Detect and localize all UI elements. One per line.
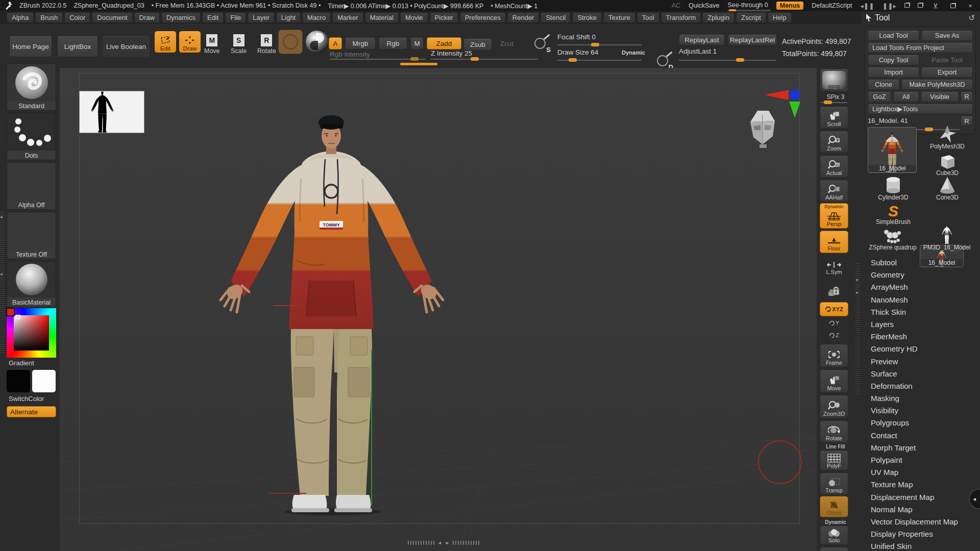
import-button[interactable]: Import <box>868 67 919 78</box>
z-intensity-slider[interactable] <box>431 59 538 60</box>
menu-item[interactable]: Light <box>277 13 300 22</box>
scroll-left-icon[interactable]: ◄ <box>437 541 442 545</box>
menu-item[interactable]: Macro <box>303 13 330 22</box>
aahalf-button[interactable]: AAHalf <box>820 180 848 202</box>
xpose-button[interactable]: Xpose <box>820 547 848 551</box>
subpalette-row[interactable]: Polygroups <box>862 417 980 429</box>
edit-button[interactable]: Edit <box>154 31 177 53</box>
left-tray-divider[interactable]: ◂◂ <box>0 210 5 353</box>
layout-windows2-icon[interactable] <box>918 2 923 9</box>
mode-a-button[interactable]: A <box>329 37 342 49</box>
subpalette-row[interactable]: Display Properties <box>862 528 980 540</box>
stroke-s-icon[interactable]: S <box>534 35 551 53</box>
lightbox-button[interactable]: LightBox <box>57 36 98 57</box>
spix-slider[interactable] <box>821 102 847 103</box>
move-canvas-button[interactable]: Move <box>820 369 848 393</box>
subpalette-row[interactable]: Normal Map <box>862 504 980 516</box>
default-zscript-button[interactable]: DefaultZScript <box>812 2 852 9</box>
focal-shift-slider[interactable] <box>557 44 642 45</box>
zoom3d-button[interactable]: Zoom3D <box>820 395 848 418</box>
menu-item[interactable]: File <box>226 13 246 22</box>
menu-item[interactable]: Tool <box>638 13 659 22</box>
brush-preview[interactable] <box>278 30 303 54</box>
solo-button[interactable]: Solo <box>820 525 848 545</box>
subpalette-row[interactable]: Polypaint <box>862 454 980 466</box>
tool-item-zsphere-quadruped[interactable]: ZSphere quadrup <box>866 226 920 251</box>
scroll-hashes-right[interactable] <box>453 541 479 545</box>
menu-item[interactable]: Zplugin <box>703 13 734 22</box>
subpalette-row[interactable]: FiberMesh <box>862 331 980 343</box>
menu-item[interactable]: Document <box>92 13 132 22</box>
canvas-thumbnail[interactable] <box>79 91 144 133</box>
paste-tool-button[interactable]: Paste Tool <box>921 55 973 65</box>
rotate-xyz-button[interactable]: XYZ <box>820 302 848 316</box>
subpalette-row[interactable]: Unified Skin <box>862 540 980 551</box>
subpalette-row[interactable]: Texture Map <box>862 479 980 491</box>
current-texture[interactable]: Texture Off <box>7 212 56 259</box>
transp-button[interactable]: Transp <box>820 472 848 495</box>
switch-color-label[interactable]: SwitchColor <box>7 394 56 404</box>
close-button[interactable]: × <box>966 2 975 10</box>
menu-item[interactable]: Render <box>508 13 539 22</box>
load-tool-button[interactable]: Load Tool <box>868 30 919 41</box>
menu-item[interactable]: Zscript <box>737 13 766 22</box>
actual-button[interactable]: x1 Actual <box>820 155 848 178</box>
goz-r-button[interactable]: R <box>961 91 973 102</box>
subpalette-row[interactable]: Visibility <box>862 405 980 417</box>
layout-windows-icon[interactable] <box>904 2 910 9</box>
zoom-button[interactable]: Zoom <box>820 131 848 153</box>
bpr-button[interactable]: BPR <box>820 68 848 92</box>
menu-item[interactable]: Preferences <box>460 13 505 22</box>
ghost-button[interactable]: Ghost <box>820 496 848 517</box>
menu-item[interactable]: Edit <box>203 13 223 22</box>
rotate-button[interactable]: R Rotate <box>257 34 276 55</box>
quicksave-button[interactable]: QuickSave <box>689 2 719 9</box>
switch-color-black-swatch[interactable] <box>7 370 30 392</box>
menu-item[interactable]: Help <box>768 13 791 22</box>
subpalette-row[interactable]: NanoMesh <box>862 294 980 306</box>
rgb-button[interactable]: Rgb <box>379 37 407 49</box>
color-sv-square[interactable] <box>14 315 49 350</box>
scroll-button[interactable]: Scroll <box>820 106 848 129</box>
subpalette-row[interactable]: Masking <box>862 392 980 405</box>
menu-item[interactable]: Brush <box>36 13 62 22</box>
subpalette-row[interactable]: Deformation <box>862 380 980 392</box>
menu-item[interactable]: Stroke <box>573 13 601 22</box>
tool-item-cube3d[interactable]: Cube3D <box>922 152 973 177</box>
switch-color-white-swatch[interactable] <box>32 370 56 392</box>
adjust-last-slider[interactable] <box>679 60 776 61</box>
scroll-hashes-left[interactable] <box>408 541 434 545</box>
current-stroke-dots[interactable]: Dots <box>7 113 56 160</box>
stroke-d-icon[interactable]: D <box>656 53 674 70</box>
menus-button[interactable]: Menus <box>776 2 804 10</box>
tool-item-cylinder3d[interactable]: Cylinder3D <box>868 176 919 201</box>
save-as-button[interactable]: Save As <box>921 30 973 41</box>
sculpt-model-figure[interactable] <box>219 112 444 515</box>
mrgb-button[interactable]: Mrgb <box>345 37 376 49</box>
clone-button[interactable]: Clone <box>868 79 899 90</box>
local-lock-button[interactable] <box>820 278 848 300</box>
load-tools-from-project-button[interactable]: Load Tools From Project <box>868 42 973 53</box>
color-picker[interactable] <box>7 308 56 358</box>
export-button[interactable]: Export <box>921 67 973 78</box>
menu-item[interactable]: Marker <box>333 13 362 22</box>
right-tray-divider[interactable]: ◂◂ <box>854 68 862 551</box>
material-preview[interactable] <box>306 31 328 53</box>
subpalette-row[interactable]: UV Map <box>862 466 980 479</box>
subpalette-row[interactable]: ArrayMesh <box>862 281 980 293</box>
menu-item[interactable]: Stencil <box>541 13 570 22</box>
menu-item[interactable]: Texture <box>604 13 635 22</box>
menu-item[interactable]: Material <box>365 13 398 22</box>
tool-item-pm3d-16model[interactable]: PM3D_16_Model <box>920 224 974 251</box>
polyframe-button[interactable]: PolyF <box>820 450 848 470</box>
canvas-viewport[interactable]: ◄ ► <box>60 68 817 551</box>
live-boolean-button[interactable]: Live Boolean <box>102 36 150 57</box>
restore-button[interactable] <box>948 2 958 10</box>
replay-last-rel-button[interactable]: ReplayLastRel <box>728 34 777 45</box>
lightbox-tools-button[interactable]: Lightbox▶Tools <box>868 104 973 114</box>
scroll-right-icon[interactable]: ► <box>445 541 450 545</box>
move-button[interactable]: M Move <box>204 34 220 55</box>
subpalette-row[interactable]: Contact <box>862 430 980 442</box>
m-button[interactable]: M <box>410 37 424 49</box>
tool-slider-r-button[interactable]: R <box>961 116 973 126</box>
